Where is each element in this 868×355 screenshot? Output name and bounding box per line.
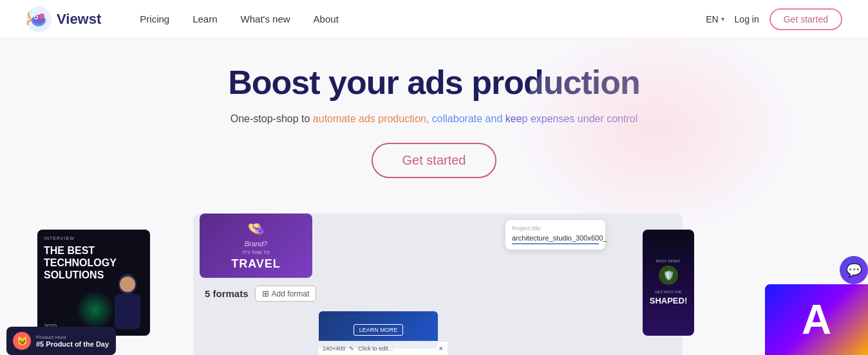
travel-subtitle: IT'S TIME TO xyxy=(242,250,269,255)
dark-card-left: INTERVIEW THE BEST TECHNOLOGY SOLUTIONS … xyxy=(37,230,150,336)
chevron-down-icon: ▾ xyxy=(721,15,724,23)
hero-bg-decoration xyxy=(520,26,791,232)
letter-a-decoration: A xyxy=(802,299,831,340)
svg-point-5 xyxy=(39,14,44,19)
card-far-right: A xyxy=(765,284,868,355)
subtitle-automate: automate ads production, xyxy=(313,113,429,124)
card-tag: INTERVIEW xyxy=(44,236,144,241)
nav-pricing[interactable]: Pricing xyxy=(140,14,169,24)
ph-label: Product Hunt xyxy=(36,334,109,340)
travel-brand: Brand? xyxy=(245,240,267,248)
formats-count: 5 formats xyxy=(205,288,249,299)
chat-icon: 💬 xyxy=(846,262,862,278)
card-right-top: BODY SPIRIT xyxy=(656,259,681,263)
nav-right: EN ▾ Log in Get started xyxy=(706,8,842,30)
subtitle-keep: keep expenses under control xyxy=(505,113,637,124)
navbar: Viewst Pricing Learn What's new About EN… xyxy=(0,0,868,39)
logo-text: Viewst xyxy=(57,11,101,28)
dimension-action[interactable]: Click to edit... xyxy=(358,345,393,352)
nav-whats-new[interactable]: What's new xyxy=(241,14,290,24)
card-right: BODY SPIRIT 🛡️ GET INTO THE SHAPED! xyxy=(643,230,694,336)
formats-bar: 5 formats ⊞ Add format xyxy=(200,283,676,304)
hat-icon: 👒 xyxy=(247,221,265,237)
nav-links: Pricing Learn What's new About xyxy=(140,14,706,24)
add-format-label: Add format xyxy=(272,289,310,298)
svg-point-4 xyxy=(35,16,37,18)
card-right-main: SHAPED! xyxy=(650,296,688,305)
project-title-value: architecture_studio_300x600_ xyxy=(512,234,599,244)
ph-title: #5 Product of the Day xyxy=(36,340,109,348)
get-started-nav-button[interactable]: Get started xyxy=(769,8,842,30)
person-silhouette-icon xyxy=(105,271,150,336)
learn-more-button[interactable]: LEARN MORE xyxy=(354,324,404,336)
card-right-cta: GET INTO THE xyxy=(655,290,682,294)
logo-icon xyxy=(26,6,52,32)
lang-selector[interactable]: EN ▾ xyxy=(706,14,724,24)
subtitle-and: and xyxy=(486,113,503,124)
travel-card: 👒 Brand? IT'S TIME TO TRAVEL xyxy=(200,214,312,278)
nav-learn[interactable]: Learn xyxy=(193,14,217,24)
svg-rect-7 xyxy=(115,294,140,329)
svg-point-8 xyxy=(120,277,135,292)
hero-title: Boost your ads production xyxy=(0,63,868,102)
hero-subtitle: One-stop-shop to automate ads production… xyxy=(0,113,868,125)
nav-about[interactable]: About xyxy=(314,14,339,24)
product-hunt-badge[interactable]: 🐱 Product Hunt #5 Product of the Day xyxy=(6,327,116,355)
panels-area: INTERVIEW THE BEST TECHNOLOGY SOLUTIONS … xyxy=(0,207,868,355)
ph-text: Product Hunt #5 Product of the Day xyxy=(36,334,109,348)
project-title-label: Project title xyxy=(512,225,599,232)
subtitle-collaborate: collaborate xyxy=(432,113,482,124)
card-right-badge: 🛡️ xyxy=(659,266,678,285)
hero-section: Boost your ads production One-stop-shop … xyxy=(0,39,868,194)
dimension-size: 240×400 xyxy=(323,345,345,352)
edit-icon: ✎ xyxy=(349,345,354,352)
lang-label: EN xyxy=(706,14,718,24)
chat-bubble-button[interactable]: 💬 xyxy=(840,256,868,284)
logo[interactable]: Viewst xyxy=(26,6,101,32)
center-panel: 👒 Brand? IT'S TIME TO TRAVEL 5 formats ⊞… xyxy=(193,214,683,355)
close-icon[interactable]: ✕ xyxy=(439,345,444,352)
travel-text: TRAVEL xyxy=(231,257,281,271)
ph-icon: 🐱 xyxy=(13,332,31,350)
login-button[interactable]: Log in xyxy=(735,14,759,24)
project-title-card: Project title architecture_studio_300x60… xyxy=(505,220,605,250)
plus-icon: ⊞ xyxy=(262,289,269,298)
dimension-bar: 240×400 ✎ Click to edit... ✕ xyxy=(319,341,448,355)
add-format-button[interactable]: ⊞ Add format xyxy=(255,286,317,302)
hero-cta-button[interactable]: Get started xyxy=(372,143,497,178)
